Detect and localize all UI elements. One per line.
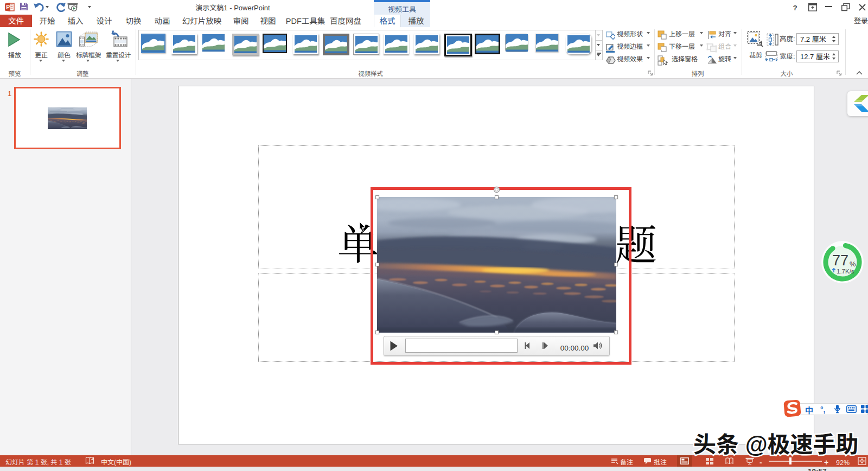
svg-text:1.7K/s: 1.7K/s: [837, 268, 854, 275]
svg-text:%: %: [850, 260, 856, 268]
svg-text:77: 77: [832, 252, 848, 269]
